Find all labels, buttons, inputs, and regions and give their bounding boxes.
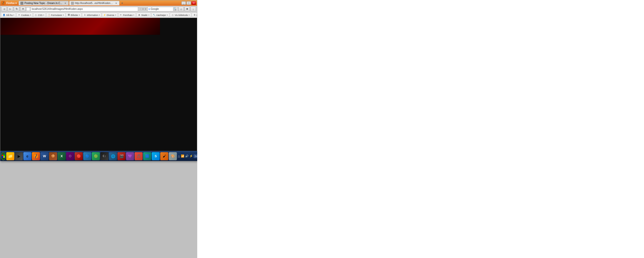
nav-bar: ◀ ▶ ↻ ✕ localhost:52614/ImallImages/Html… [0, 6, 197, 12]
tray-battery-icon[interactable]: ⚡ [189, 154, 193, 158]
taskbar-misc1-icon[interactable]: 🍪 [49, 152, 57, 160]
formularer-icon: 📋 [48, 14, 50, 16]
site-favicon [26, 7, 30, 11]
nav-right-buttons: ⌂ ★ ↓ [178, 7, 196, 12]
chevron-down-icon-6: ▾ [99, 14, 100, 16]
taskbar-cmd-icon[interactable]: C: [100, 152, 108, 160]
tab-1[interactable]: Posting New Topic - Dream.In.C... ✕ [19, 1, 68, 5]
tray-icon-1[interactable]: △ [177, 154, 180, 158]
svg-point-3 [3, 155, 5, 156]
start-button[interactable] [1, 152, 6, 160]
firefox-label: Firefox ▾ [6, 2, 17, 5]
reload-button[interactable]: ↻ [14, 7, 19, 12]
taskbar-misc3-icon[interactable]: 🔴 [75, 152, 83, 160]
bookmark-information[interactable]: ℹ Information ▾ [82, 13, 101, 17]
bookmark-diverse[interactable]: ⚡ Diverse ▾ [102, 13, 118, 17]
bookmark-formularer-label: Formularer [51, 14, 62, 16]
svg-point-2 [2, 155, 3, 156]
taskbar-paint2-icon[interactable]: 🎨 [169, 152, 177, 160]
address-stars: ☆ ★ ★ [139, 8, 147, 10]
taskbar-paint-icon[interactable]: 🖌 [160, 152, 168, 160]
taskbar-media-icon[interactable]: 🎵 [135, 152, 143, 160]
bookmark-vaerktojer[interactable]: 🔧 Værktøjer ▾ [151, 13, 170, 17]
taskbar-video-icon[interactable]: 🎬 [117, 152, 126, 160]
page-banner [0, 18, 160, 35]
home-button[interactable]: ⌂ [178, 7, 184, 12]
taskbar-ie-icon[interactable]: e [23, 152, 31, 160]
chevron-down-icon-4: ▾ [63, 14, 64, 16]
bookmark-sla-fra[interactable]: 👤 Slå fra ▾ [1, 13, 16, 17]
taskbar-word-icon[interactable]: W [41, 152, 49, 160]
tabs-area: Posting New Topic - Dream.In.C... ✕ http… [19, 1, 180, 5]
close-button[interactable]: ✕ [191, 1, 196, 5]
billeder-icon: 🖼 [67, 14, 70, 16]
address-text: localhost:52614/ImallImages/HtmlKoden.as… [32, 8, 83, 10]
bookmark-fremhaev[interactable]: ✏ Fremhæv ▾ [118, 13, 136, 17]
star3-icon[interactable]: ★ [144, 8, 147, 10]
search-container[interactable]: G Google 🔍 [147, 7, 178, 11]
address-bar[interactable]: localhost:52614/ImallImages/HtmlKoden.as… [30, 7, 138, 11]
bookmarks-button[interactable]: ★ [184, 7, 190, 12]
bookmark-vis-kildekode[interactable]: ◻ Vis kildekode ▾ [170, 13, 191, 17]
css-icon: ◻ [35, 14, 37, 16]
bookmark-css[interactable]: ◻ CSS ▾ [33, 13, 46, 17]
address-bar-container: localhost:52614/ImallImages/HtmlKoden.as… [26, 7, 147, 11]
taskbar-misc4-icon[interactable]: 🔵 [83, 152, 91, 160]
taskbar-mediaplayer-icon[interactable]: ▶ [15, 152, 23, 160]
window-controls: _ □ ✕ [181, 1, 196, 5]
minimize-button[interactable]: _ [181, 1, 186, 5]
bookmark-opsaetning[interactable]: ⚙ Opsætning ▾ [192, 13, 197, 17]
bookmark-opsaetning-label: Opsætning [196, 14, 197, 16]
bookmark-diverse-label: Diverse [107, 14, 114, 16]
chevron-down-icon-9: ▾ [148, 14, 149, 16]
taskbar-misc5-icon[interactable]: 🟢 [92, 152, 100, 160]
taskbar-misc6-icon[interactable]: 💜 [126, 152, 134, 160]
bookmark-billeder[interactable]: 🖼 Billeder ▾ [66, 13, 82, 17]
taskbar-misc7-icon[interactable]: 🟦 [143, 152, 151, 160]
search-button[interactable]: 🔍 [173, 7, 177, 11]
chevron-down-icon-7: ▾ [115, 14, 116, 16]
bookmark-cookies[interactable]: ✏ Cookies ▾ [16, 13, 33, 17]
information-icon: ℹ [84, 14, 86, 16]
bookmark-vaerktojer-label: Værktøjer [156, 14, 166, 16]
bookmark-skaler-label: Skalér [141, 14, 148, 16]
svg-point-4 [2, 156, 3, 158]
title-bar: Firefox ▾ Posting New Topic - Dream.In.C… [0, 0, 197, 6]
new-tab-button[interactable]: + [120, 1, 125, 5]
right-side-area [197, 0, 644, 258]
bookmark-formularer[interactable]: 📋 Formularer ▾ [46, 13, 65, 17]
taskbar-firefox-icon[interactable] [32, 152, 40, 160]
taskbar-explorer-icon[interactable]: 📁 [6, 152, 14, 160]
bookmark-skaler[interactable]: ⊞ Skalér ▾ [136, 13, 151, 17]
tab2-close[interactable]: ✕ [115, 2, 118, 5]
chevron-down-icon-8: ▾ [133, 14, 134, 16]
tab-2[interactable]: http://localhost5...es/HtmlKoden.aspx ✕ [69, 1, 119, 5]
back-button[interactable]: ◀ [1, 7, 7, 12]
chevron-down-icon-2: ▾ [30, 14, 31, 16]
tab1-favicon [20, 2, 23, 5]
stop-button[interactable]: ✕ [20, 7, 26, 12]
taskbar: 📁 ▶ e W 🍪 [0, 151, 197, 161]
chevron-down-icon-3: ▾ [43, 14, 44, 16]
taskbar-globe-icon[interactable]: 🌐 [109, 152, 117, 160]
tray-volume-icon[interactable]: 🔊 [185, 154, 189, 158]
forward-button[interactable]: ▶ [8, 7, 13, 12]
banner-right [160, 18, 197, 35]
maximize-button[interactable]: □ [186, 1, 191, 5]
firefox-logo [1, 1, 5, 5]
taskbar-misc2-icon[interactable]: ⬡ [66, 152, 74, 160]
svg-point-5 [3, 156, 5, 158]
tab1-close[interactable]: ✕ [64, 2, 67, 5]
bookmarks-bar: 👤 Slå fra ▾ ✏ Cookies ▾ ◻ CSS ▾ 📋 Formul… [0, 12, 197, 18]
tray-network-icon[interactable]: 📶 [181, 154, 184, 158]
star2-icon[interactable]: ★ [142, 8, 144, 10]
page-body [0, 35, 197, 161]
skaler-icon: ⊞ [138, 14, 140, 16]
vaerktojer-icon: 🔧 [153, 14, 155, 16]
downloads-button[interactable]: ↓ [190, 7, 196, 12]
taskbar-excel-icon[interactable]: X [58, 152, 66, 160]
search-text: Google [151, 8, 173, 10]
bookmark-cookies-label: Cookies [21, 14, 29, 16]
star-icon[interactable]: ☆ [139, 8, 142, 10]
taskbar-skype-icon[interactable]: S [152, 152, 160, 160]
